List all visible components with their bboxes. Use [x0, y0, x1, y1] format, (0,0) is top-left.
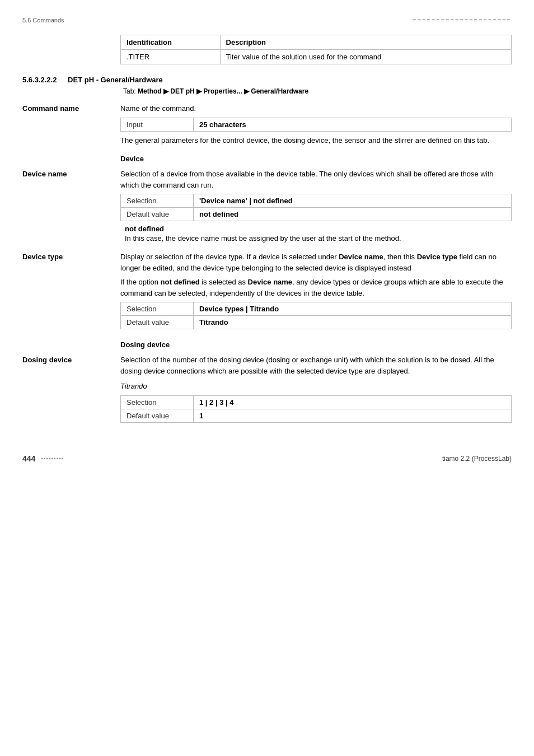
dosing-device-section-heading: Dosing device [120, 340, 512, 349]
device-type-para2: If the option not defined is selected as… [120, 277, 512, 298]
general-note: The general parameters for the control d… [120, 135, 512, 146]
input-value: 25 characters [194, 118, 512, 131]
col-identification: Identification [121, 35, 221, 50]
device-name-desc: Selection of a device from those availab… [120, 169, 512, 190]
table-row: Input 25 characters [121, 118, 512, 131]
default-label: Default value [121, 208, 194, 221]
table-row: Default value 1 [121, 409, 512, 422]
input-table: Input 25 characters [120, 118, 512, 132]
dosing-device-heading: Dosing device [120, 340, 170, 349]
table-row: Selection 1 | 2 | 3 | 4 [121, 395, 512, 409]
breadcrumb: Tab: Method ▶ DET pH ▶ Properties... ▶ G… [123, 87, 512, 95]
command-name-desc: Name of the command. [120, 103, 512, 114]
page-footer: 444 ▪▪▪▪▪▪▪▪▪ tiamo 2.2 (ProcessLab) [22, 454, 512, 463]
device-name-detail: Selection of a device from those availab… [120, 169, 512, 246]
selection-label: Selection [121, 395, 194, 409]
command-name-detail: Name of the command. Input 25 characters… [120, 103, 512, 149]
section-title: DET pH - General/Hardware [68, 76, 163, 84]
section-block: 5.6.3.2.2.2 DET pH - General/Hardware [22, 76, 512, 84]
selection-label: Selection [121, 194, 194, 208]
selection-value: 'Device name' | not defined [194, 194, 512, 208]
command-name-block: Command name Name of the command. Input … [22, 103, 512, 149]
command-name-label: Command name [22, 103, 120, 149]
footer-left: 444 ▪▪▪▪▪▪▪▪▪ [22, 454, 64, 463]
not-defined-block: not defined In this case, the device nam… [125, 225, 512, 242]
table-row: Default value not defined [121, 208, 512, 221]
device-name-label: Device name [22, 169, 120, 246]
table-row: .TITER Titer value of the solution used … [121, 50, 512, 64]
not-defined-text: In this case, the device name must be as… [125, 234, 512, 242]
dosing-device-desc: Selection of the number of the dosing de… [120, 354, 512, 376]
dosing-device-table: Selection 1 | 2 | 3 | 4 Default value 1 [120, 395, 512, 423]
device-type-detail: Display or selection of the device type.… [120, 251, 512, 333]
selection-value: 1 | 2 | 3 | 4 [194, 395, 512, 409]
default-value: not defined [194, 208, 512, 221]
dosing-device-detail: Selection of the number of the dosing de… [120, 354, 512, 426]
page-header: 5.6 Commands ===================== [22, 17, 512, 24]
page-number: 444 [22, 454, 35, 463]
titer-table: Identification Description .TITER Titer … [120, 35, 512, 64]
default-value: 1 [194, 409, 512, 422]
table-row: Selection 'Device name' | not defined [121, 194, 512, 208]
device-type-para1: Display or selection of the device type.… [120, 251, 512, 273]
device-type-label: Device type [22, 251, 120, 333]
device-name-block: Device name Selection of a device from t… [22, 169, 512, 246]
default-label: Default value [121, 409, 194, 422]
default-label: Default value [121, 316, 194, 329]
dosing-device-label: Dosing device [22, 354, 120, 426]
device-type-block: Device type Display or selection of the … [22, 251, 512, 333]
section-number: 5.6.3.2.2.2 [22, 76, 57, 84]
not-defined-title: not defined [125, 225, 512, 233]
default-value: Titrando [194, 316, 512, 329]
device-heading: Device [120, 155, 144, 163]
footer-dots: ▪▪▪▪▪▪▪▪▪ [41, 455, 64, 461]
header-dots: ===================== [413, 17, 512, 24]
top-table-wrapper: Identification Description .TITER Titer … [120, 35, 512, 64]
device-name-table: Selection 'Device name' | not defined De… [120, 194, 512, 221]
selection-label: Selection [121, 302, 194, 316]
input-label: Input [121, 118, 194, 131]
selection-value: Device types | Titrando [194, 302, 512, 316]
col-description: Description [220, 35, 511, 50]
table-row: Default value Titrando [121, 316, 512, 329]
device-type-table: Selection Device types | Titrando Defaul… [120, 302, 512, 329]
header-left: 5.6 Commands [22, 17, 64, 24]
titer-desc: Titer value of the solution used for the… [220, 50, 511, 64]
titer-id: .TITER [121, 50, 221, 64]
dosing-device-block: Dosing device Selection of the number of… [22, 354, 512, 426]
table-row: Selection Device types | Titrando [121, 302, 512, 316]
footer-software: tiamo 2.2 (ProcessLab) [442, 455, 512, 463]
device-section-heading: Device [120, 155, 512, 163]
titrando-label: Titrando [120, 381, 512, 392]
